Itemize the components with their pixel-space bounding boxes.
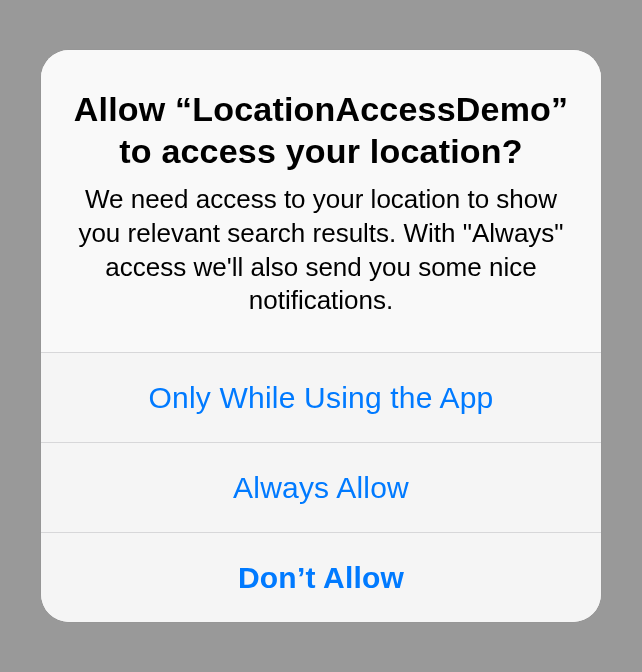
location-permission-alert: Allow “LocationAccessDemo” to access you…	[41, 50, 601, 622]
alert-message: We need access to your location to show …	[73, 183, 569, 318]
alert-header: Allow “LocationAccessDemo” to access you…	[41, 50, 601, 352]
alert-actions: Only While Using the App Always Allow Do…	[41, 352, 601, 622]
only-while-using-app-button[interactable]: Only While Using the App	[41, 352, 601, 442]
dont-allow-button[interactable]: Don’t Allow	[41, 532, 601, 622]
alert-title: Allow “LocationAccessDemo” to access you…	[73, 88, 569, 173]
always-allow-button[interactable]: Always Allow	[41, 442, 601, 532]
